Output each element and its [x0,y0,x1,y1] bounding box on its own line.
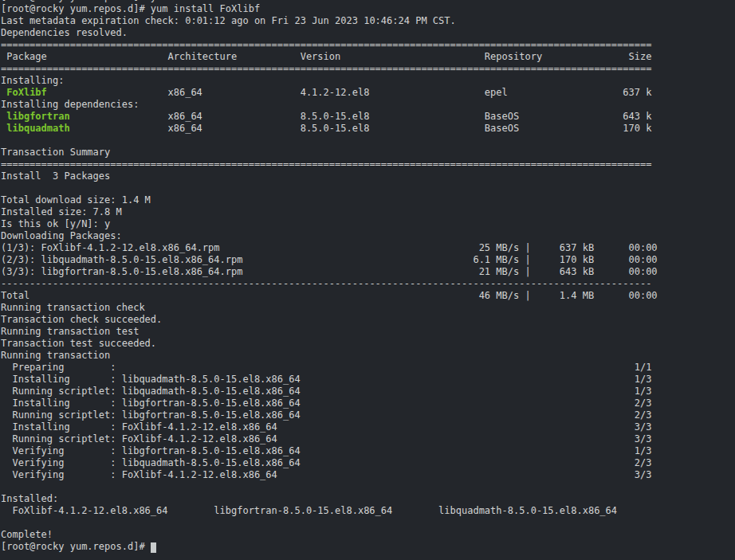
package-name: libquadmath [6,123,69,134]
terminal-text: Package [1,51,47,62]
terminal-text: Total [1,290,29,301]
terminal-text: Running scriptlet: libquadmath-8.5.0-15.… [1,386,301,397]
terminal-text: 21 MB/s | 643 kB [479,266,595,278]
terminal-line: Running transaction check [1,302,735,314]
terminal-line: (2/3): libquadmath-8.5.0-15.el8.x86_64.r… [1,254,735,266]
terminal-line: Installed: [1,493,735,505]
terminal-line: Verifying : libquadmath-8.5.0-15.el8.x86… [1,457,735,469]
terminal-text: Verifying : FoXlibf-4.1.2-12.el8.x86_64 [1,469,277,480]
terminal-line: Install 3 Packages [1,170,735,182]
terminal-text: ----------------------------------------… [1,278,651,289]
terminal-text: 637 k [623,87,651,99]
terminal-text: (3/3): libgfortran-8.5.0-15.el8.x86_64.r… [1,266,242,277]
cursor [151,542,156,553]
terminal-line: Preparing :1/1 [1,362,735,374]
terminal-line: [root@rocky yum.repos.d]# yum install Fo… [1,3,735,15]
terminal-line: Installing : libgfortran-8.5.0-15.el8.x8… [1,397,735,409]
terminal-line: Last metadata expiration check: 0:01:12 … [1,15,735,27]
terminal-text: BaseOS [485,123,519,135]
terminal-text: 3/3 [635,469,652,481]
package-name: libgfortran [6,111,69,122]
terminal-line [1,517,735,529]
terminal-text: 1/3 [635,445,652,457]
terminal-text: 1/3 [635,386,652,397]
terminal-text: BaseOS [485,111,519,123]
terminal-line: Transaction test succeeded. [1,338,735,350]
terminal-text: 25 MB/s | 637 kB [479,242,595,254]
terminal-text: Installing : FoXlibf-4.1.2-12.el8.x86_64 [1,421,277,433]
terminal-text: 2/3 [635,397,652,409]
terminal-line: ----------------------------------------… [1,278,735,290]
terminal-line: libgfortranx86_648.5.0-15.el8BaseOS643 k [1,111,735,123]
terminal-line: Running scriptlet: libgfortran-8.5.0-15.… [1,409,735,421]
terminal-line: Running transaction test [1,326,735,338]
terminal-text: 00:00 [628,254,657,266]
terminal-screen: [root@rocky yum.repos.d]# yum install Fo… [1,3,735,553]
terminal-line [1,135,735,147]
terminal-line: Downloading Packages: [1,230,735,242]
terminal-line: Verifying : FoXlibf-4.1.2-12.el8.x86_643… [1,469,735,481]
terminal-line: Running scriptlet: FoXlibf-4.1.2-12.el8.… [1,433,735,445]
terminal-text: Installing : libgfortran-8.5.0-15.el8.x8… [1,397,301,409]
terminal-text: 1/3 [635,374,652,386]
terminal-text: 6.1 MB/s | 170 kB [473,254,594,266]
terminal-line: (1/3): FoXlibf-4.1.2-12.el8.x86_64.rpm25… [1,242,735,254]
terminal-text: 170 k [623,123,651,135]
terminal-line: Installed size: 7.8 M [1,206,735,218]
package-name: FoXlibf [6,87,47,98]
terminal-line: Installing : libquadmath-8.5.0-15.el8.x8… [1,374,735,386]
terminal-line: Transaction check succeeded. [1,314,735,326]
terminal-line: Is this ok [y/N]: y [1,218,735,230]
terminal-text: 4.1.2-12.el8 [301,87,370,99]
terminal-text: 46 MB/s | 1.4 MB [479,290,595,302]
terminal-text: libquadmath-8.5.0-15.el8.x86_64 [438,505,617,517]
terminal-text: libgfortran-8.5.0-15.el8.x86_64 [214,505,392,517]
terminal-text: Running scriptlet: FoXlibf-4.1.2-12.el8.… [1,433,277,444]
terminal-line: Verifying : libgfortran-8.5.0-15.el8.x86… [1,445,735,457]
terminal-text: 643 k [623,111,651,123]
terminal-line: libquadmathx86_648.5.0-15.el8BaseOS170 k [1,123,735,135]
terminal-line: Installing dependencies: [1,99,735,111]
terminal-text: ========================================… [1,39,651,50]
terminal-text: Size [628,51,651,63]
terminal-line: Running transaction [1,350,735,362]
terminal-text: x86_64 [168,111,202,123]
terminal-text: ========================================… [1,63,651,74]
terminal[interactable]: [root@rocky yum.repos.d]# yum install Fo… [0,0,735,560]
terminal-line: Transaction Summary [1,147,735,159]
terminal-line: Complete! [1,529,735,541]
terminal-text: x86_64 [168,123,202,135]
terminal-text: 00:00 [628,290,657,302]
terminal-text: [root@rocky yum.repos.d]# [1,541,151,552]
terminal-line: ========================================… [1,159,735,170]
terminal-text: 8.5.0-15.el8 [301,111,370,123]
terminal-line [1,182,735,194]
terminal-line: ========================================… [1,39,735,51]
terminal-text: Running scriptlet: libgfortran-8.5.0-15.… [1,409,301,421]
terminal-text: FoXlibf-4.1.2-12.el8.x86_64 [1,505,168,516]
terminal-text: Version [301,51,341,63]
terminal-line [1,481,735,493]
terminal-text: epel [485,87,508,99]
terminal-text: ========================================… [1,159,651,170]
terminal-text: Repository [485,51,542,63]
terminal-line: FoXlibf-4.1.2-12.el8.x86_64libgfortran-8… [1,505,735,517]
terminal-text: Installing : libquadmath-8.5.0-15.el8.x8… [1,374,301,385]
terminal-line: Installing: [1,75,735,87]
terminal-text: 8.5.0-15.el8 [301,123,370,135]
terminal-text: 3/3 [635,433,652,445]
terminal-line: Total46 MB/s | 1.4 MB00:00 [1,290,735,302]
terminal-line: Installing : FoXlibf-4.1.2-12.el8.x86_64… [1,421,735,433]
terminal-text: 2/3 [635,409,652,421]
terminal-text: (2/3): libquadmath-8.5.0-15.el8.x86_64.r… [1,254,242,265]
terminal-text: Preparing : [1,362,116,373]
terminal-text: Verifying : libgfortran-8.5.0-15.el8.x86… [1,445,301,456]
terminal-line: FoXlibfx86_644.1.2-12.el8epel637 k [1,87,735,99]
terminal-text: 1/1 [635,362,652,374]
terminal-text: 3/3 [635,421,652,433]
terminal-text: Architecture [168,51,238,63]
terminal-line: Running scriptlet: libquadmath-8.5.0-15.… [1,386,735,397]
terminal-text: x86_64 [168,87,202,99]
terminal-text: 00:00 [628,242,657,254]
terminal-line: ========================================… [1,63,735,75]
